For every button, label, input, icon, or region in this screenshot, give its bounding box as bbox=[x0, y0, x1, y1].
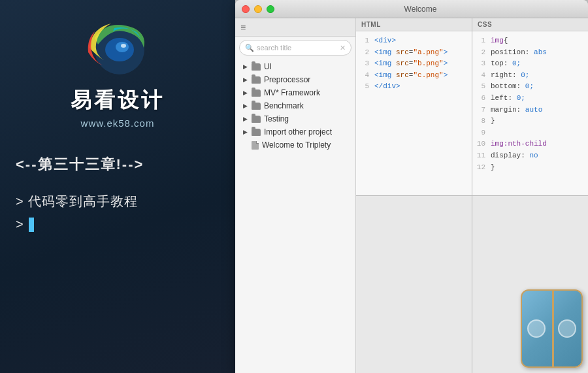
cursor-blink bbox=[29, 218, 34, 232]
code-panel-html: HTML 1<div> 2 <img src="a.png"> 3 <img s… bbox=[356, 18, 472, 195]
logo-text-url: www.ek58.com bbox=[81, 118, 155, 129]
collapse-arrow: ▶ bbox=[243, 89, 250, 96]
collapse-arrow: ▶ bbox=[243, 63, 250, 70]
folder-icon bbox=[252, 129, 261, 136]
tree-item-welcome[interactable]: ▶ Welcome to Triplety bbox=[235, 138, 355, 152]
svg-point-3 bbox=[121, 44, 126, 48]
left-panel: 易看设计 www.ek58.com <--第三十三章!--> > 代码零到高手教… bbox=[0, 0, 235, 373]
folder-icon bbox=[252, 63, 261, 71]
folder-icon bbox=[252, 116, 261, 123]
tree-label: MV* Framework bbox=[264, 88, 350, 97]
chapter-title: <--第三十三章!--> bbox=[16, 155, 235, 174]
code-content-html: 1<div> 2 <img src="a.png"> 3 <img src="b… bbox=[356, 31, 472, 195]
chapter-area: <--第三十三章!--> > 代码零到高手教程 > bbox=[0, 155, 235, 232]
bottom-left-content bbox=[356, 196, 472, 373]
tree-label: Testing bbox=[264, 114, 350, 123]
tree-item-benchmark[interactable]: ▶ Benchmark bbox=[235, 99, 355, 112]
tree-item-ui[interactable]: ▶ UI bbox=[235, 60, 355, 73]
logo-text-cn: 易看设计 bbox=[71, 86, 165, 115]
tree-item-mvframework[interactable]: ▶ MV* Framework bbox=[235, 86, 355, 99]
code-content-css: 1img{ 2 position: abs 3 top: 0; 4 right:… bbox=[472, 31, 588, 195]
code-panel-header-css: CSS bbox=[472, 18, 588, 31]
close-button[interactable] bbox=[242, 5, 250, 13]
clear-search-icon[interactable]: ✕ bbox=[340, 44, 346, 52]
tree-label: Preprocessor bbox=[264, 75, 350, 84]
file-tree-toolbar: ≡ bbox=[235, 18, 355, 37]
right-panel: Welcome ≡ 🔍 search title ✕ ▶ bbox=[235, 0, 588, 373]
chapter-sub1: > 代码零到高手教程 bbox=[16, 193, 235, 210]
collapse-arrow: ▶ bbox=[243, 76, 250, 83]
collapse-arrow: ▶ bbox=[243, 129, 250, 135]
folder-icon bbox=[252, 76, 261, 84]
card-divider bbox=[552, 291, 554, 366]
tree-item-testing[interactable]: ▶ Testing bbox=[235, 112, 355, 125]
tree-item-preprocessor[interactable]: ▶ Preprocessor bbox=[235, 73, 355, 86]
card-preview bbox=[472, 196, 588, 373]
code-area: HTML 1<div> 2 <img src="a.png"> 3 <img s… bbox=[356, 18, 588, 373]
search-icon: 🔍 bbox=[245, 44, 254, 52]
main-content: ≡ 🔍 search title ✕ ▶ UI ▶ bbox=[235, 18, 588, 373]
folder-icon bbox=[252, 103, 261, 110]
tree-label: Benchmark bbox=[264, 101, 350, 110]
logo-icon bbox=[75, 12, 160, 84]
folder-icon bbox=[252, 89, 261, 97]
code-panel-bottom-left bbox=[356, 196, 472, 373]
search-placeholder: search title bbox=[257, 44, 340, 52]
hamburger-icon[interactable]: ≡ bbox=[240, 22, 246, 33]
title-bar: Welcome bbox=[235, 0, 588, 18]
window-title: Welcome bbox=[259, 5, 581, 14]
file-icon bbox=[252, 141, 259, 150]
tree-items: ▶ UI ▶ Preprocessor ▶ MV* Framework bbox=[235, 59, 355, 373]
code-panel-css: CSS 1img{ 2 position: abs 3 top: 0; 4 ri… bbox=[472, 18, 588, 195]
file-tree: ≡ 🔍 search title ✕ ▶ UI ▶ bbox=[235, 18, 356, 373]
code-panel-header-html: HTML bbox=[356, 18, 472, 31]
tree-label: Welcome to Triplety bbox=[262, 140, 350, 150]
logo-area: 易看设计 www.ek58.com bbox=[0, 12, 235, 129]
card-globe-right bbox=[558, 319, 576, 338]
app-card bbox=[521, 289, 583, 368]
search-bar[interactable]: 🔍 search title ✕ bbox=[239, 40, 351, 56]
code-panel-bottom-right bbox=[472, 196, 588, 373]
tree-label: Import other project bbox=[264, 127, 350, 137]
chapter-sub2: > bbox=[16, 217, 235, 232]
tree-label: UI bbox=[264, 62, 350, 71]
collapse-arrow: ▶ bbox=[243, 103, 250, 109]
window-chrome: Welcome ≡ 🔍 search title ✕ ▶ bbox=[235, 0, 588, 373]
card-globe-left bbox=[527, 319, 546, 338]
tree-item-import[interactable]: ▶ Import other project bbox=[235, 125, 355, 138]
collapse-arrow: ▶ bbox=[243, 116, 250, 122]
